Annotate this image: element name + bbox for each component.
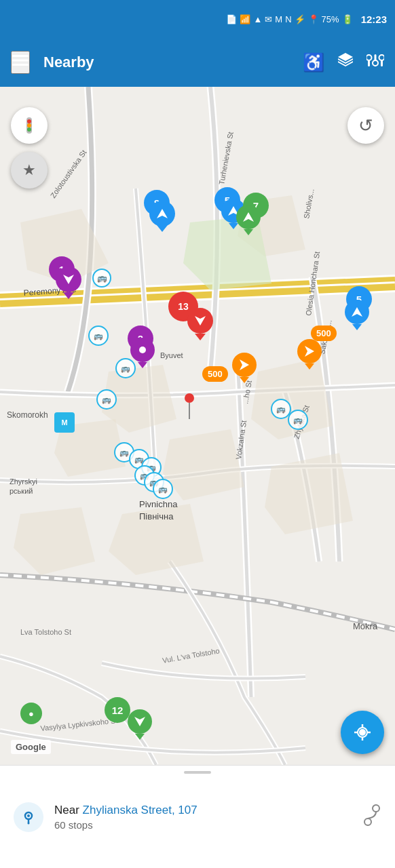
nav-marker-orange-a[interactable] — [297, 339, 322, 370]
svg-text:Північна: Північна — [139, 511, 174, 521]
app-bar: Nearby ♿ — [0, 38, 395, 87]
svg-marker-55 — [134, 717, 145, 726]
svg-point-11 — [379, 55, 385, 60]
signal-icon: ▲ — [253, 14, 262, 24]
my-location-button[interactable] — [341, 711, 384, 754]
svg-marker-54 — [240, 359, 249, 370]
google-logo: Google — [11, 740, 51, 754]
location-pin-icon — [14, 802, 43, 832]
map-container[interactable]: Zolotoustivska St Turhenievska St Sholiv… — [0, 87, 395, 765]
svg-point-64 — [28, 822, 30, 824]
refresh-button[interactable]: ↺ — [347, 107, 384, 144]
email-icon: ✉ — [265, 14, 272, 24]
svg-marker-53 — [305, 346, 314, 357]
wifi-icon: 📶 — [240, 14, 250, 24]
layers-icon[interactable] — [337, 52, 354, 73]
status-icons: 📄 📶 ▲ ✉ M N ⚡ 📍 75% 🔋 — [226, 14, 352, 24]
nav-marker-12[interactable] — [128, 709, 152, 740]
svg-rect-1 — [12, 60, 29, 62]
svg-marker-51 — [195, 316, 206, 326]
cluster-marker-12[interactable]: 12 — [105, 697, 130, 723]
stop-circle-1[interactable]: 🚌 — [88, 326, 109, 346]
street-pre: Near — [54, 804, 83, 816]
battery-icon: 🔋 — [342, 14, 353, 24]
svg-text:Byuvet: Byuvet — [160, 351, 183, 359]
battery-pct: 75% — [322, 14, 339, 24]
svg-text:Lva Tolstoho St: Lva Tolstoho St — [20, 628, 71, 636]
stop-circle-12[interactable]: 🚌 — [153, 479, 173, 499]
nav-marker-orange-b[interactable] — [232, 353, 257, 383]
svg-marker-50 — [352, 307, 362, 317]
svg-point-43 — [27, 119, 31, 123]
svg-marker-48 — [243, 212, 254, 222]
svg-text:рський: рський — [10, 487, 33, 495]
badge-500b[interactable]: 500 — [202, 366, 228, 382]
location-pin — [185, 393, 194, 419]
nav-marker-13[interactable] — [187, 308, 213, 340]
filter-icon[interactable] — [366, 52, 384, 73]
menu-button[interactable] — [11, 51, 30, 74]
metro-stop[interactable]: М — [54, 412, 75, 433]
svg-point-56 — [359, 729, 366, 736]
toolbar-icons: ♿ — [303, 52, 384, 73]
svg-point-45 — [27, 127, 31, 132]
stop-circle-2[interactable]: 🚌 — [115, 358, 136, 378]
svg-rect-0 — [12, 55, 29, 57]
svg-point-10 — [373, 60, 378, 66]
svg-text:Skomorokh: Skomorokh — [7, 410, 48, 420]
svg-point-9 — [366, 55, 372, 60]
location-icon: 📍 — [308, 14, 319, 24]
nfc-icon: N — [285, 14, 291, 24]
nav-marker-8[interactable] — [149, 201, 175, 232]
gmail-icon: M — [275, 14, 282, 24]
stop-icon-near-1[interactable]: 🚌 — [92, 269, 111, 288]
street-name: Zhylianska Street, 107 — [83, 804, 198, 816]
route-icon[interactable] — [362, 804, 381, 830]
svg-marker-49 — [63, 275, 74, 284]
svg-point-44 — [27, 123, 31, 127]
stops-count: 60 stops — [54, 819, 352, 831]
bottom-sheet: Near Zhylianska Street, 107 60 stops — [0, 765, 395, 868]
cluster-marker-small-green[interactable]: ● — [20, 703, 42, 724]
svg-point-63 — [27, 814, 30, 817]
nav-marker-7[interactable] — [236, 205, 261, 235]
svg-marker-46 — [157, 209, 168, 218]
status-bar: 📄 📶 ▲ ✉ M N ⚡ 📍 75% 🔋 12:23 — [0, 0, 395, 38]
traffic-button[interactable] — [11, 107, 48, 144]
svg-point-52 — [139, 347, 146, 353]
stop-circle-6[interactable]: 🚌 — [288, 410, 308, 430]
nav-marker-1[interactable] — [56, 267, 81, 299]
svg-point-65 — [373, 805, 379, 812]
sim-icon: 📄 — [226, 14, 237, 24]
page-title: Nearby — [43, 54, 295, 71]
stop-circle-4[interactable]: 🚌 — [96, 389, 117, 410]
svg-point-66 — [364, 818, 371, 825]
accessibility-icon[interactable]: ♿ — [303, 52, 324, 73]
svg-text:Zhyrskyi: Zhyrskyi — [10, 477, 37, 486]
bluetooth-icon: ⚡ — [295, 14, 305, 24]
clock: 12:23 — [361, 14, 387, 25]
nav-marker-5b[interactable] — [345, 300, 369, 330]
svg-rect-2 — [12, 64, 29, 66]
favorites-button[interactable]: ★ — [11, 152, 48, 189]
svg-text:Mokra: Mokra — [353, 621, 378, 631]
bottom-info: Near Zhylianska Street, 107 60 stops — [54, 804, 352, 831]
svg-text:Pivnichna: Pivnichna — [139, 499, 178, 509]
street-label: Near Zhylianska Street, 107 — [54, 804, 352, 817]
